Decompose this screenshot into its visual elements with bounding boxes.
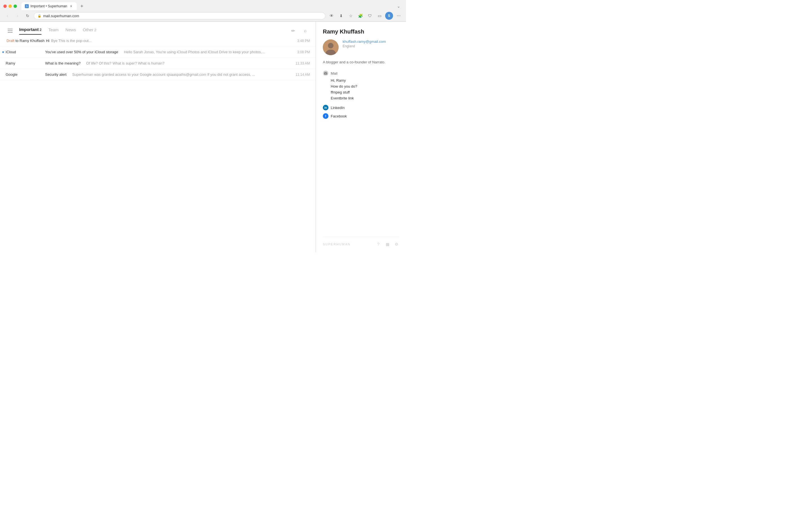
email-time: 11:33 AM [296,61,310,65]
header-actions: ✏ ⌕ [289,26,310,35]
svg-rect-1 [8,31,13,31]
mail-item[interactable]: ffmpeg stuff [331,90,399,94]
mail-items: Hi, Ramy How do you do? ffmpeg stuff Eve… [323,78,399,100]
contact-footer: SUPERHUMAN ? ▦ ⚙ [323,237,399,247]
email-subject: What is the meaning? [45,61,81,65]
settings-button[interactable]: ⚙ [394,241,399,247]
tab-close-button[interactable]: × [69,4,73,8]
hamburger-menu-button[interactable] [6,26,15,35]
mail-item[interactable]: Hi, Ramy [331,78,399,82]
nav-tabs: Important2 Team News Other2 [19,27,96,35]
shield-icon[interactable]: 🛡 [366,12,374,20]
tab-news[interactable]: News [65,27,76,34]
contact-profile: khuffash.ramy@gmail.com England [323,40,399,55]
linkedin-item[interactable]: in LinkedIn [323,105,399,110]
email-sender: iCloud [6,50,45,54]
mail-section-label: Mail [331,71,338,75]
email-item[interactable]: Google Security alert Superhuman was gra… [0,69,315,80]
email-content: Security alert Superhuman was granted ac… [45,72,292,76]
refresh-button[interactable]: ↻ [24,12,32,20]
lock-icon: 🔒 [38,14,42,18]
email-item[interactable]: Ramy What is the meaning? Of life? Of th… [0,58,315,69]
tab-bar: S Important • Superhuman × + [21,2,86,10]
maximize-button[interactable] [13,4,17,8]
facebook-item[interactable]: f Facebook [323,113,399,119]
email-preview: Superhuman was granted access to your Go… [72,72,255,76]
contact-location: England [343,44,399,48]
draft-label: Draft [6,39,14,43]
bookmark-button[interactable]: ☆ [347,12,355,20]
email-time: 11:14 AM [296,73,310,76]
tab-important[interactable]: Important2 [19,27,42,35]
social-section: in LinkedIn f Facebook [323,105,399,122]
tab-favicon: S [25,4,29,8]
download-button[interactable]: ⬇ [337,12,345,20]
reader-mode-button[interactable]: 👁 [327,12,336,20]
footer-actions: ? ▦ ⚙ [375,241,399,247]
email-subject: Hi [46,39,49,43]
section-header: Mail [323,70,399,76]
contact-info: khuffash.ramy@gmail.com England [343,40,399,50]
email-preview: Bye This is the pop-out... [51,39,92,43]
email-list: Draft to Ramy Khuffash Hi Bye This is th… [0,35,315,252]
profile-button[interactable]: S [385,12,393,20]
extensions-button[interactable]: 🧩 [356,12,364,20]
app: Important2 Team News Other2 ✏ ⌕ [0,22,406,252]
contact-bio: A blogger and a co-founder of Narrato. [323,60,399,65]
browser-titlebar: S Important • Superhuman × + ⌄ [0,0,406,10]
url-display: mail.superhuman.com [43,14,322,18]
email-item[interactable]: Draft to Ramy Khuffash Hi Bye This is th… [0,35,315,47]
email-item[interactable]: iCloud You've used over 50% of your iClo… [0,47,315,58]
address-bar[interactable]: 🔒 mail.superhuman.com [34,12,325,19]
facebook-icon: f [323,113,328,119]
svg-rect-2 [8,32,13,33]
email-preview: Hello Sarah Jonas, You're using iCloud P… [124,50,265,54]
email-header: Important2 Team News Other2 ✏ ⌕ [0,22,315,35]
browser-chrome: S Important • Superhuman × + ⌄ ‹ › ↻ 🔒 m… [0,0,406,22]
browser-actions: 👁 ⬇ ☆ 🧩 🛡 ▭ S ⋯ [327,12,403,20]
email-sender: Google [6,72,45,76]
linkedin-label: LinkedIn [331,106,345,110]
forward-button[interactable]: › [13,12,21,20]
traffic-lights [3,4,17,8]
sidebar-toggle-button[interactable]: ▭ [375,12,384,20]
minimize-button[interactable] [8,4,12,8]
email-subject: Security alert [45,72,66,76]
email-content: Hi Bye This is the pop-out... [46,39,294,43]
tab-title: Important • Superhuman [31,4,67,8]
facebook-label: Facebook [331,114,347,118]
search-button[interactable]: ⌕ [301,26,310,35]
tab-other[interactable]: Other2 [83,27,96,34]
email-sender-suffix: to Ramy Khuffash [15,39,45,43]
contact-name: Ramy Khuffash [323,29,399,35]
email-sender: Ramy [6,61,45,65]
svg-rect-0 [8,29,13,29]
mail-section-icon [323,70,328,76]
close-button[interactable] [3,4,7,8]
menu-button[interactable]: ⋯ [395,12,403,20]
window-controls[interactable]: ⌄ [397,4,403,8]
contact-email[interactable]: khuffash.ramy@gmail.com [343,40,399,44]
contact-panel: Ramy Khuffash khuffash.ramy@gmail.com En… [316,22,406,252]
back-button[interactable]: ‹ [3,12,11,20]
email-content: What is the meaning? Of life? Of this? W… [45,61,292,65]
tab-team[interactable]: Team [48,27,59,34]
mail-section: Mail Hi, Ramy How do you do? ffmpeg stuf… [323,70,399,100]
email-content: You've used over 50% of your iCloud stor… [45,50,294,54]
mail-item[interactable]: Eventbrite link [331,96,399,100]
email-time: 3:08 PM [297,50,310,54]
email-sender: Draft to Ramy Khuffash [6,39,46,43]
new-tab-button[interactable]: + [78,2,86,10]
email-preview: Of life? Of this? What is super? What is… [86,61,164,65]
superhuman-logo: SUPERHUMAN [323,242,350,246]
avatar [323,40,339,55]
svg-point-4 [328,43,334,48]
compose-button[interactable]: ✏ [289,26,297,35]
browser-tab[interactable]: S Important • Superhuman × [21,2,77,10]
mail-item[interactable]: How do you do? [331,84,399,89]
help-button[interactable]: ? [375,241,381,247]
browser-toolbar: ‹ › ↻ 🔒 mail.superhuman.com 👁 ⬇ ☆ 🧩 🛡 ▭ … [0,10,406,21]
list-view-button[interactable]: ▦ [385,241,390,247]
email-time: 3:48 PM [297,39,310,43]
email-panel: Important2 Team News Other2 ✏ ⌕ [0,22,316,252]
